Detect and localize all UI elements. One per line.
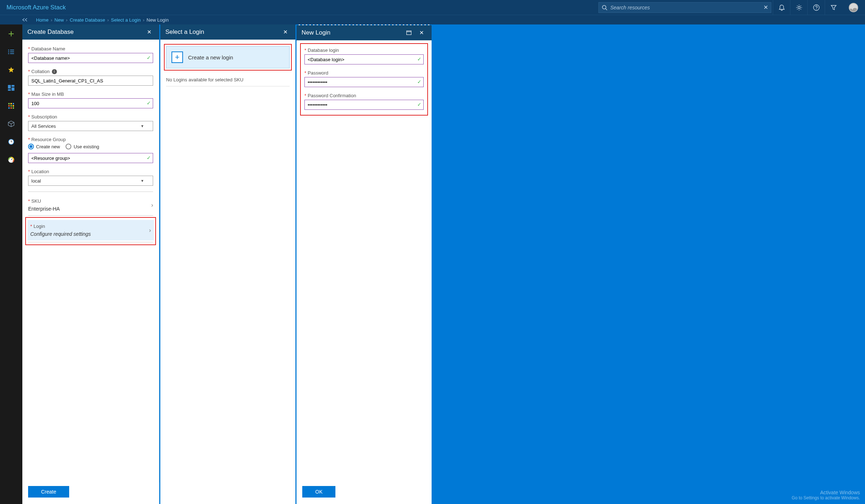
new-login-highlight-box: *Database login ✓ *Password ✓ — [300, 43, 428, 116]
svg-rect-14 — [12, 85, 14, 87]
password-input[interactable] — [304, 77, 424, 87]
radio-create-new[interactable]: Create new — [28, 144, 60, 149]
blade-create-database: Create Database ✕ *Database Name ✓ *Coll… — [22, 24, 159, 504]
svg-line-1 — [606, 9, 607, 10]
notifications-icon[interactable] — [773, 0, 790, 15]
create-button[interactable]: Create — [28, 486, 69, 498]
breadcrumb-create-database[interactable]: Create Database — [70, 17, 105, 23]
login-highlight-box: *Login Configure required settings › — [25, 217, 156, 245]
breadcrumb-select-login[interactable]: Select a Login — [111, 17, 141, 23]
field-login[interactable]: *Login Configure required settings › — [27, 220, 154, 240]
sidebar-clock-icon[interactable] — [7, 138, 15, 146]
chevron-down-icon: ▾ — [141, 123, 143, 129]
search-icon — [602, 5, 607, 10]
svg-rect-15 — [12, 87, 14, 91]
blades-container: Create Database ✕ *Database Name ✓ *Coll… — [22, 24, 865, 504]
database-name-input[interactable] — [28, 53, 153, 63]
blade1-body: *Database Name ✓ *Collationi *Max Size i… — [22, 40, 159, 482]
filter-icon[interactable] — [825, 0, 842, 15]
sidebar-dashboard-icon[interactable] — [7, 84, 15, 92]
field-database-login: *Database login ✓ — [304, 48, 424, 64]
check-icon: ✓ — [147, 155, 151, 161]
workspace: Create Database ✕ *Database Name ✓ *Coll… — [0, 24, 865, 504]
svg-rect-18 — [10, 103, 12, 104]
search-clear-icon[interactable]: ✕ — [763, 4, 768, 11]
svg-rect-21 — [10, 105, 12, 107]
breadcrumb: Home › New › Create Database › Select a … — [0, 15, 865, 24]
svg-point-11 — [8, 53, 9, 54]
blade1-footer: Create — [22, 482, 159, 504]
password-confirmation-input[interactable] — [304, 100, 424, 110]
svg-point-4 — [816, 9, 817, 9]
svg-rect-19 — [13, 103, 14, 104]
svg-rect-25 — [13, 107, 14, 109]
field-maxsize: *Max Size in MB ✓ — [28, 91, 153, 108]
field-resource-group: *Resource Group Create new Use existing — [28, 137, 153, 163]
svg-rect-20 — [8, 105, 10, 107]
check-icon: ✓ — [147, 100, 151, 106]
svg-point-0 — [602, 5, 606, 9]
search-input[interactable] — [610, 5, 763, 10]
collation-input[interactable] — [28, 76, 153, 86]
breadcrumb-current: New Login — [147, 17, 169, 23]
field-subscription: *Subscription All Services ▾ — [28, 114, 153, 131]
breadcrumb-new[interactable]: New — [54, 17, 64, 23]
chevron-down-icon: ▾ — [141, 178, 143, 183]
blade-select-login: Select a Login ✕ + Create a new login No… — [160, 24, 295, 504]
svg-point-7 — [8, 50, 9, 51]
settings-icon[interactable] — [790, 0, 807, 15]
field-sku[interactable]: *SKU Enterprise-HA › — [28, 196, 153, 214]
brand-title: Microsoft Azure Stack — [0, 4, 72, 11]
blade2-title: Select a Login — [165, 28, 280, 36]
blade2-body: + Create a new login No Logins available… — [160, 40, 295, 504]
check-icon: ✓ — [417, 79, 422, 85]
sidebar-gauge-icon[interactable] — [7, 156, 15, 164]
blade1-close-icon[interactable]: ✕ — [144, 29, 154, 35]
sidebar-new-icon[interactable] — [7, 30, 15, 38]
top-icons — [773, 0, 842, 15]
blade3-header: New Login ✕ — [296, 25, 432, 40]
resource-group-input[interactable] — [28, 153, 153, 163]
svg-rect-22 — [13, 105, 14, 107]
sidebar-grid-icon[interactable] — [7, 102, 15, 110]
chevron-right-icon: › — [149, 227, 151, 234]
maxsize-input[interactable] — [28, 98, 153, 108]
ok-button[interactable]: OK — [302, 486, 335, 498]
svg-rect-17 — [8, 103, 10, 104]
search-box[interactable]: ✕ — [598, 2, 771, 13]
workspace-background: Activate Windows Go to Settings to activ… — [433, 24, 865, 504]
no-logins-message: No Logins available for selected SKU — [166, 75, 290, 86]
user-avatar[interactable] — [842, 0, 865, 15]
create-new-login-card[interactable]: + Create a new login — [166, 46, 290, 68]
check-icon: ✓ — [417, 56, 422, 62]
blade3-maximize-icon[interactable] — [406, 31, 416, 35]
top-bar: Microsoft Azure Stack ✕ — [0, 0, 865, 15]
subscription-select[interactable]: All Services ▾ — [28, 121, 153, 131]
blade-new-login: New Login ✕ *Database login ✓ — [296, 24, 432, 504]
sidebar-list-icon[interactable] — [7, 48, 15, 56]
location-select[interactable]: local ▾ — [28, 176, 153, 186]
windows-watermark: Activate Windows Go to Settings to activ… — [792, 490, 860, 500]
check-icon: ✓ — [417, 102, 422, 107]
svg-rect-23 — [8, 107, 10, 109]
blade2-header: Select a Login ✕ — [160, 24, 295, 40]
blade2-close-icon[interactable]: ✕ — [280, 29, 290, 35]
breadcrumb-collapse-icon[interactable] — [22, 18, 27, 22]
field-database-name: *Database Name ✓ — [28, 46, 153, 63]
blade3-close-icon[interactable]: ✕ — [416, 30, 427, 36]
database-login-input[interactable] — [304, 54, 424, 64]
breadcrumb-home[interactable]: Home — [36, 17, 49, 23]
radio-use-existing[interactable]: Use existing — [66, 144, 99, 149]
svg-rect-16 — [8, 89, 11, 91]
help-icon[interactable] — [807, 0, 825, 15]
blade1-header: Create Database ✕ — [22, 24, 159, 40]
blade3-title: New Login — [302, 29, 406, 36]
plus-icon: + — [171, 51, 183, 63]
blade3-body: *Database login ✓ *Password ✓ — [296, 40, 432, 482]
sidebar — [0, 24, 22, 504]
field-collation: *Collationi — [28, 69, 153, 86]
info-icon[interactable]: i — [52, 69, 57, 74]
sidebar-favorite-icon[interactable] — [7, 66, 15, 74]
sidebar-cube-icon[interactable] — [7, 120, 15, 128]
svg-point-3 — [813, 5, 819, 10]
